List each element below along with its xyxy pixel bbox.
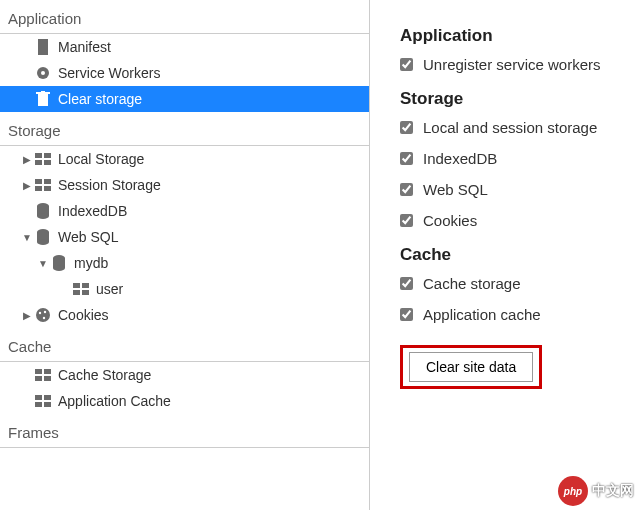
svg-rect-31 — [35, 369, 42, 374]
right-title-cache: Cache — [400, 245, 620, 265]
svg-rect-8 — [35, 160, 42, 165]
option-local-session[interactable]: Local and session storage — [400, 119, 620, 136]
tree-label: Cookies — [58, 307, 369, 323]
checkbox[interactable] — [400, 121, 413, 134]
checkbox-label: IndexedDB — [423, 150, 497, 167]
expand-icon[interactable] — [20, 232, 34, 243]
cookie-icon — [34, 306, 52, 324]
svg-point-22 — [53, 265, 65, 271]
watermark-text: 中文网 — [592, 482, 634, 500]
expand-icon[interactable] — [20, 310, 34, 321]
tree-label: Session Storage — [58, 177, 369, 193]
svg-rect-23 — [73, 283, 80, 288]
svg-rect-26 — [82, 290, 89, 295]
svg-rect-34 — [44, 376, 51, 381]
tree-item-service-workers[interactable]: Service Workers — [0, 60, 369, 86]
expand-icon[interactable] — [20, 154, 34, 165]
right-panel: Application Unregister service workers S… — [370, 0, 640, 510]
svg-rect-25 — [73, 290, 80, 295]
checkbox[interactable] — [400, 152, 413, 165]
svg-rect-3 — [38, 94, 48, 106]
checkbox[interactable] — [400, 58, 413, 71]
svg-rect-13 — [44, 186, 51, 191]
option-unregister-sw[interactable]: Unregister service workers — [400, 56, 620, 73]
section-storage-header: Storage — [0, 112, 369, 146]
storage-icon — [34, 366, 52, 384]
tree-label: mydb — [74, 255, 369, 271]
tree-item-clear-storage[interactable]: Clear storage — [0, 86, 369, 112]
checkbox-label: Web SQL — [423, 181, 488, 198]
section-frames-header: Frames — [0, 414, 369, 448]
svg-rect-36 — [44, 395, 51, 400]
tree-label: IndexedDB — [58, 203, 369, 219]
tree-label: Application Cache — [58, 393, 369, 409]
svg-point-30 — [43, 317, 45, 319]
storage-icon — [34, 150, 52, 168]
tree-item-local-storage[interactable]: Local Storage — [0, 146, 369, 172]
tree-item-manifest[interactable]: Manifest — [0, 34, 369, 60]
svg-rect-24 — [82, 283, 89, 288]
tree-item-session-storage[interactable]: Session Storage — [0, 172, 369, 198]
svg-point-29 — [44, 311, 46, 313]
option-application-cache[interactable]: Application cache — [400, 306, 620, 323]
watermark: php 中文网 — [558, 476, 634, 506]
tree-label: Clear storage — [58, 91, 369, 107]
tree-label: Service Workers — [58, 65, 369, 81]
checkbox-label: Cookies — [423, 212, 477, 229]
tree-item-mydb[interactable]: mydb — [0, 250, 369, 276]
svg-rect-37 — [35, 402, 42, 407]
checkbox[interactable] — [400, 277, 413, 290]
php-logo-icon: php — [558, 476, 588, 506]
svg-rect-33 — [35, 376, 42, 381]
tree-item-web-sql[interactable]: Web SQL — [0, 224, 369, 250]
checkbox-label: Cache storage — [423, 275, 521, 292]
svg-point-27 — [36, 308, 50, 322]
checkbox[interactable] — [400, 214, 413, 227]
checkbox-label: Application cache — [423, 306, 541, 323]
svg-point-28 — [39, 312, 41, 314]
right-title-storage: Storage — [400, 89, 620, 109]
svg-rect-32 — [44, 369, 51, 374]
svg-rect-9 — [44, 160, 51, 165]
db-icon — [50, 254, 68, 272]
svg-rect-7 — [44, 153, 51, 158]
svg-rect-12 — [35, 186, 42, 191]
option-websql[interactable]: Web SQL — [400, 181, 620, 198]
tree-item-indexeddb[interactable]: IndexedDB — [0, 198, 369, 224]
svg-point-19 — [37, 239, 49, 245]
option-cookies[interactable]: Cookies — [400, 212, 620, 229]
svg-rect-11 — [44, 179, 51, 184]
checkbox[interactable] — [400, 183, 413, 196]
trash-icon — [34, 90, 52, 108]
option-cache-storage[interactable]: Cache storage — [400, 275, 620, 292]
storage-icon — [34, 392, 52, 410]
section-cache-header: Cache — [0, 328, 369, 362]
right-title-application: Application — [400, 26, 620, 46]
clear-button-highlight: Clear site data — [400, 345, 542, 389]
tree-label: Local Storage — [58, 151, 369, 167]
checkbox-label: Unregister service workers — [423, 56, 601, 73]
checkbox[interactable] — [400, 308, 413, 321]
clear-site-data-button[interactable]: Clear site data — [409, 352, 533, 382]
tree-item-user[interactable]: user — [0, 276, 369, 302]
tree-item-application-cache[interactable]: Application Cache — [0, 388, 369, 414]
checkbox-label: Local and session storage — [423, 119, 597, 136]
left-panel: Application Manifest Service Workers Cle… — [0, 0, 370, 510]
svg-rect-6 — [35, 153, 42, 158]
storage-icon — [34, 176, 52, 194]
db-icon — [34, 202, 52, 220]
svg-rect-38 — [44, 402, 51, 407]
svg-rect-10 — [35, 179, 42, 184]
tree-label: Cache Storage — [58, 367, 369, 383]
svg-rect-0 — [38, 39, 48, 55]
db-icon — [34, 228, 52, 246]
tree-item-cache-storage[interactable]: Cache Storage — [0, 362, 369, 388]
tree-item-cookies[interactable]: Cookies — [0, 302, 369, 328]
tree-label: user — [96, 281, 369, 297]
storage-icon — [72, 280, 90, 298]
expand-icon[interactable] — [20, 180, 34, 191]
svg-rect-5 — [41, 91, 45, 93]
svg-point-2 — [41, 71, 45, 75]
option-indexeddb[interactable]: IndexedDB — [400, 150, 620, 167]
expand-icon[interactable] — [36, 258, 50, 269]
